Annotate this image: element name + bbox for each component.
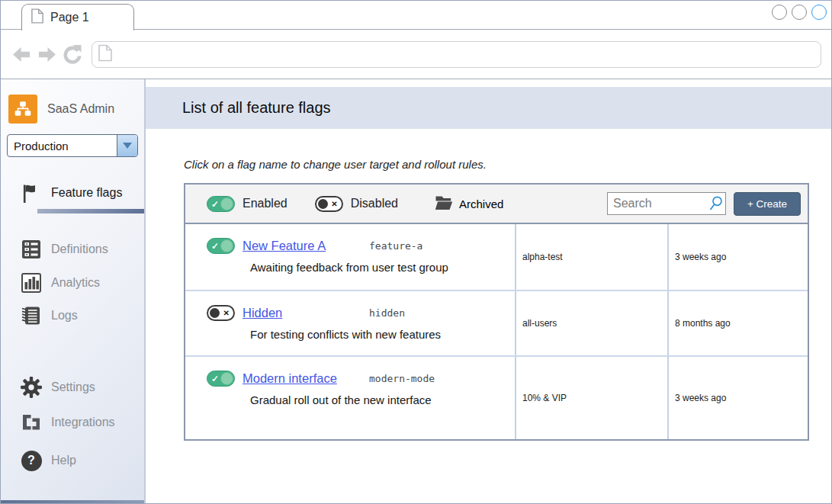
sidebar-item-label: Help: [51, 454, 76, 467]
table-row: ✓ New Feature A feature-a Awaiting feedb…: [185, 224, 808, 290]
environment-value: Production: [8, 135, 117, 156]
sidebar-item-definitions[interactable]: Definitions: [1, 238, 144, 261]
flag-main-cell: ✓ New Feature A feature-a Awaiting feedb…: [185, 224, 515, 290]
feature-flags-table: ✓ Enabled ✕ Disabled Archived: [184, 183, 809, 441]
create-button[interactable]: + Create: [734, 192, 801, 216]
flag-key: hidden: [369, 307, 405, 319]
sidebar-item-help[interactable]: ? Help: [1, 449, 144, 472]
flag-name-link[interactable]: New Feature A: [243, 239, 361, 253]
window-controls: [772, 5, 827, 20]
sitemap-logo-icon: [8, 95, 37, 124]
table-row: ✕ Hidden hidden For testing conflicts wi…: [185, 290, 808, 355]
disabled-label: Disabled: [351, 197, 398, 210]
sidebar: SaaS Admin Production Feature flags: [1, 79, 146, 503]
page-icon: [31, 8, 43, 27]
flag-updated: 3 weeks ago: [675, 252, 726, 262]
filter-disabled[interactable]: ✕ Disabled: [315, 196, 398, 212]
window-control-3[interactable]: [811, 5, 827, 20]
archived-label: Archived: [459, 197, 503, 210]
help-icon: ?: [20, 451, 43, 471]
sidebar-item-feature-flags[interactable]: Feature flags: [1, 181, 144, 204]
disabled-toggle-icon[interactable]: ✕: [315, 196, 343, 212]
enabled-toggle-icon[interactable]: ✓: [207, 196, 235, 212]
sidebar-item-settings[interactable]: Settings: [1, 376, 144, 399]
forward-icon[interactable]: [36, 43, 57, 65]
flag-target-cell: alpha-test: [515, 224, 667, 290]
sidebar-item-analytics[interactable]: Analytics: [1, 271, 144, 294]
browser-nav-bar: [1, 30, 831, 79]
active-item-underline: [37, 209, 144, 213]
flag-target-cell: 10% & VIP: [515, 357, 667, 439]
app-name: SaaS Admin: [47, 102, 114, 116]
tab-title: Page 1: [50, 11, 89, 24]
chevron-down-icon[interactable]: [117, 135, 137, 156]
sidebar-item-label: Settings: [51, 380, 95, 394]
flag-key: feature-a: [369, 240, 422, 252]
sidebar-item-label: Definitions: [51, 242, 108, 256]
flag-updated-cell: 3 weeks ago: [667, 224, 808, 290]
search-box: [607, 192, 726, 215]
flag-toggle[interactable]: ✓: [207, 371, 235, 387]
flag-key: modern-mode: [369, 373, 435, 384]
table-row: ✓ Modern interface modern-mode Gradual r…: [185, 355, 808, 439]
search-icon: [707, 195, 724, 215]
url-bar[interactable]: [92, 41, 821, 68]
flag-updated-cell: 3 weeks ago: [667, 357, 808, 439]
flag-name-link[interactable]: Modern interface: [243, 371, 361, 386]
logs-icon: [20, 305, 43, 326]
flag-toggle[interactable]: ✕: [207, 305, 235, 321]
sidebar-item-label: Integrations: [51, 416, 115, 429]
enabled-label: Enabled: [243, 197, 288, 210]
environment-select[interactable]: Production: [7, 134, 138, 157]
sidebar-item-label: Feature flags: [51, 186, 122, 200]
sidebar-bottom-bar: [1, 500, 144, 503]
flag-description: For testing conflicts with new features: [250, 328, 515, 341]
integrations-icon: [20, 412, 43, 433]
window-control-1[interactable]: [772, 5, 787, 20]
browser-window: Page 1 S: [0, 0, 832, 504]
flag-icon: [20, 183, 43, 204]
page-header: List of all feature flags: [146, 87, 831, 129]
flag-updated-cell: 8 months ago: [667, 291, 808, 355]
page-title: List of all feature flags: [182, 99, 331, 117]
definitions-icon: [20, 239, 43, 260]
sidebar-nav: Feature flags Definitions Analytics: [1, 181, 144, 472]
flag-description: Gradual roll out of the new interface: [250, 393, 515, 406]
sidebar-item-label: Analytics: [51, 276, 100, 290]
window-control-2[interactable]: [792, 5, 807, 20]
main-content: List of all feature flags Click on a fla…: [146, 79, 831, 503]
flag-updated: 3 weeks ago: [675, 393, 726, 403]
sidebar-item-integrations[interactable]: Integrations: [1, 411, 144, 434]
back-icon[interactable]: [11, 43, 32, 65]
sidebar-item-label: Logs: [51, 309, 78, 323]
filter-enabled[interactable]: ✓ Enabled: [207, 196, 288, 212]
instruction-text: Click on a flag name to change user targ…: [184, 158, 831, 171]
flag-target: 10% & VIP: [522, 393, 567, 403]
browser-tab-bar: Page 1: [1, 1, 831, 30]
flag-target: all-users: [522, 318, 557, 329]
flag-toggle[interactable]: ✓: [207, 238, 235, 254]
sidebar-item-logs[interactable]: Logs: [1, 304, 144, 327]
filter-archived[interactable]: Archived: [435, 194, 503, 213]
flag-updated: 8 months ago: [675, 318, 731, 329]
flag-main-cell: ✓ Modern interface modern-mode Gradual r…: [185, 357, 515, 439]
refresh-icon[interactable]: [61, 43, 82, 65]
gear-icon: [20, 376, 43, 399]
flag-description: Awaiting feedback from user test group: [250, 261, 515, 274]
url-page-icon: [98, 44, 112, 65]
folder-icon: [435, 194, 453, 213]
browser-tab[interactable]: Page 1: [21, 4, 134, 30]
flag-main-cell: ✕ Hidden hidden For testing conflicts wi…: [185, 291, 515, 355]
flag-target-cell: all-users: [515, 291, 667, 355]
bar-chart-icon: [20, 272, 43, 294]
flag-name-link[interactable]: Hidden: [243, 306, 361, 320]
brand: SaaS Admin: [8, 95, 144, 124]
flag-target: alpha-test: [522, 252, 563, 262]
filter-bar: ✓ Enabled ✕ Disabled Archived: [185, 185, 808, 224]
